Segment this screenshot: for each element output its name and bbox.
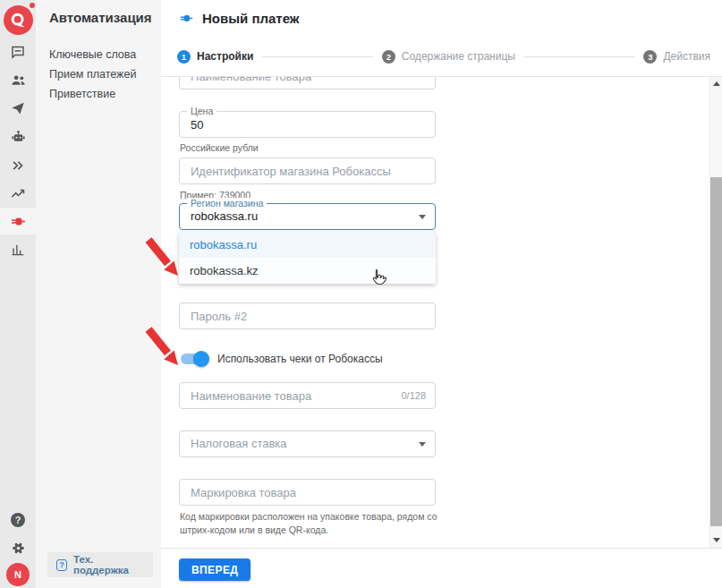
- stepper: 1 Настройки 2 Содержание страницы 3 Дейс…: [161, 45, 722, 68]
- price-helper: Российские рубли: [180, 141, 259, 155]
- product-name-input-top[interactable]: [180, 77, 435, 89]
- receipts-toggle-row: Использовать чеки от Робокассы: [180, 351, 383, 367]
- help-square-icon: ?: [56, 559, 67, 571]
- icon-rail: ? N: [0, 0, 36, 588]
- password2-input[interactable]: [180, 303, 435, 328]
- product-name-input[interactable]: [180, 383, 435, 408]
- step-connector: [524, 56, 634, 57]
- price-input[interactable]: [180, 112, 435, 137]
- product-name-field-clipped[interactable]: [179, 77, 436, 89]
- payments-plug-icon[interactable]: [0, 208, 36, 234]
- payment-plug-icon: [179, 11, 194, 26]
- step-3-circle: 3: [643, 50, 657, 64]
- marking-input[interactable]: [180, 480, 435, 505]
- receipts-toggle[interactable]: [180, 351, 209, 367]
- chevron-down-icon: [419, 215, 426, 219]
- region-select[interactable]: Регион магазина robokassa.ru: [179, 203, 436, 230]
- step-connector: [262, 56, 372, 57]
- price-field[interactable]: Цена: [179, 111, 436, 138]
- marking-field[interactable]: [179, 479, 436, 506]
- receipts-toggle-label: Использовать чеки от Робокассы: [217, 353, 383, 365]
- tech-support-button[interactable]: ? Тех. поддержка: [47, 552, 153, 577]
- form-scroll-area: Цена Российские рубли Пример: 739000 Рег…: [161, 77, 709, 548]
- password2-field[interactable]: [179, 303, 436, 329]
- logo-dot: [30, 3, 35, 8]
- next-button[interactable]: ВПЕРЕД: [179, 558, 251, 581]
- settings-gear-icon[interactable]: [0, 534, 36, 561]
- send-icon[interactable]: [0, 95, 36, 122]
- shop-id-input[interactable]: [180, 158, 435, 183]
- help-icon[interactable]: ?: [0, 507, 36, 533]
- chevron-down-icon: [419, 442, 426, 447]
- price-field-label: Цена: [187, 106, 217, 117]
- chat-icon[interactable]: [0, 38, 36, 65]
- option-robokassa-kz[interactable]: robokassa.kz: [179, 258, 436, 284]
- statistics-icon[interactable]: [0, 236, 36, 263]
- form-footer: ВПЕРЕД: [161, 548, 722, 588]
- product-name-field[interactable]: 0/128: [179, 382, 436, 409]
- scrollbar-thumb[interactable]: [710, 177, 722, 526]
- sidebar-item-keywords[interactable]: Ключевые слова: [49, 48, 136, 61]
- tech-support-label: Тех. поддержка: [73, 554, 144, 575]
- scroll-down-arrow[interactable]: [713, 538, 720, 542]
- sidebar-item-greeting[interactable]: Приветствие: [49, 88, 115, 100]
- scrollbar[interactable]: [709, 77, 722, 548]
- main-content: Новый платеж 1 Настройки 2 Содержание ст…: [161, 0, 722, 588]
- step-2-circle: 2: [382, 50, 395, 64]
- region-select-label: Регион магазина: [187, 198, 267, 209]
- automation-sidebar: Автоматизация Ключевые слова Прием плате…: [36, 0, 161, 588]
- char-counter: 0/128: [401, 390, 426, 401]
- users-icon[interactable]: [0, 66, 36, 93]
- region-dropdown-menu: robokassa.ru robokassa.kz: [179, 232, 436, 284]
- sidebar-item-payments[interactable]: Прием платежей: [49, 68, 136, 81]
- fast-forward-icon[interactable]: [0, 152, 36, 179]
- tax-rate-select[interactable]: Налоговая ставка: [179, 430, 436, 457]
- marking-helper: Код маркировки расположен на упаковке то…: [180, 510, 448, 537]
- step-1-circle: 1: [177, 50, 191, 64]
- option-robokassa-ru[interactable]: robokassa.ru: [179, 232, 436, 258]
- page-header: Новый платеж: [179, 11, 299, 26]
- step-settings[interactable]: 1 Настройки: [177, 50, 253, 64]
- user-avatar[interactable]: N: [6, 563, 30, 586]
- tax-rate-placeholder: Налоговая ставка: [180, 431, 435, 456]
- shop-id-field[interactable]: [179, 158, 436, 184]
- scroll-up-arrow[interactable]: [713, 81, 720, 86]
- step-page-content[interactable]: 2 Содержание страницы: [382, 50, 515, 64]
- trending-up-icon[interactable]: [0, 180, 36, 207]
- bot-icon[interactable]: [0, 124, 36, 150]
- page-title: Новый платеж: [202, 11, 299, 26]
- sidebar-title: Автоматизация: [49, 10, 152, 25]
- senler-logo-icon[interactable]: [4, 5, 33, 35]
- step-actions[interactable]: 3 Действия: [643, 50, 710, 64]
